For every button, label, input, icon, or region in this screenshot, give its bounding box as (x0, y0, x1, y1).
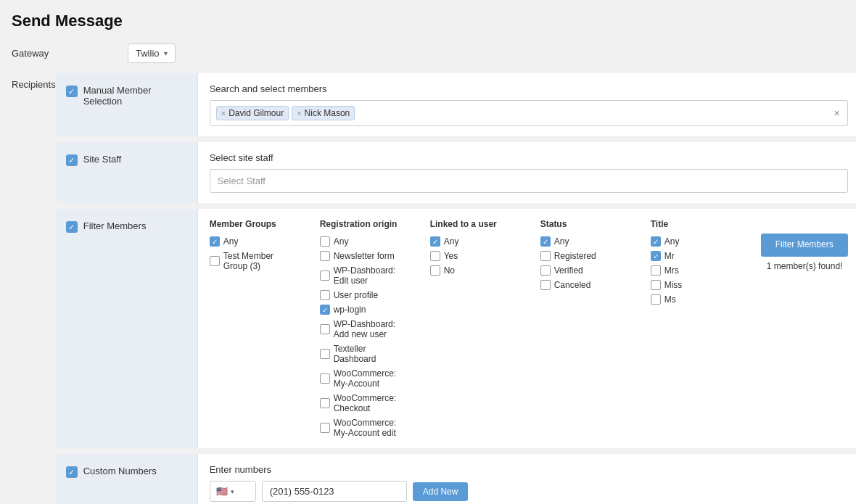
st-registered-row: Registered (540, 251, 627, 261)
ro-wc-myaccount-row: WooCommerce: My-Account (320, 368, 407, 389)
phone-input-1[interactable] (262, 481, 407, 502)
ti-any-row: Any (651, 236, 738, 247)
flag-select-us[interactable]: 🇺🇸 ▾ (210, 481, 256, 502)
ro-wp-add-checkbox[interactable] (320, 324, 330, 334)
ro-texteller-row: Texteller Dashboard (320, 344, 407, 364)
mg-test-checkbox[interactable] (210, 256, 220, 266)
recipients-row: Recipients ✓ Manual Member Selection Sea… (12, 73, 844, 504)
ti-mr-label: Mr (664, 251, 675, 261)
ro-wc-checkout-row: WooCommerce: Checkout (320, 393, 407, 413)
ro-wplogin-label: wp-login (334, 305, 366, 315)
st-registered-checkbox[interactable] (540, 251, 551, 261)
ti-mr-row: Mr (651, 251, 738, 261)
site-staff-checkbox[interactable]: ✓ (66, 154, 78, 166)
search-members-label: Search and select members (210, 83, 848, 94)
manual-member-checkbox[interactable]: ✓ (66, 86, 78, 97)
manual-member-right: Search and select members × David Gilmou… (197, 73, 856, 136)
remove-nick-mason-icon[interactable]: × (297, 109, 301, 117)
chevron-down-icon: ▾ (231, 488, 234, 495)
ti-miss-label: Miss (664, 280, 683, 290)
filter-members-button[interactable]: Filter Members (761, 234, 848, 257)
ro-wc-checkout-checkbox[interactable] (320, 398, 330, 408)
ti-mr-checkbox[interactable] (651, 251, 661, 261)
st-verified-row: Verified (540, 265, 627, 276)
st-canceled-label: Canceled (554, 280, 591, 290)
gateway-label: Gateway (12, 48, 128, 59)
checkmark-icon: ✓ (68, 468, 75, 476)
st-any-checkbox[interactable] (540, 236, 551, 247)
registration-origin-title: Registration origin (320, 219, 407, 229)
st-verified-checkbox[interactable] (540, 265, 551, 276)
ro-any-row: Any (320, 236, 407, 247)
ti-any-checkbox[interactable] (651, 236, 661, 247)
lu-yes-checkbox[interactable] (430, 251, 440, 261)
ro-wc-myaccount-edit-checkbox[interactable] (320, 423, 330, 433)
filter-members-checkbox[interactable]: ✓ (66, 221, 78, 233)
gateway-select[interactable]: Twilio ▾ (128, 44, 176, 63)
mg-test-row: Test Member Group (3) (210, 251, 297, 271)
ro-wc-myaccount-label: WooCommerce: My-Account (334, 368, 407, 389)
tag-david-gilmour: × David Gilmour (216, 106, 289, 120)
linked-user-title: Linked to a user (430, 219, 517, 229)
filter-members-right: Member Groups Any Test Member Group (3) … (197, 209, 856, 448)
ro-wplogin-row: wp-login (320, 305, 407, 315)
site-staff-label: Site Staff (83, 154, 122, 165)
lu-any-checkbox[interactable] (430, 236, 440, 247)
ro-userprofile-row: User profile (320, 290, 407, 300)
ro-wc-myaccount-edit-label: WooCommerce: My-Account edit (334, 418, 407, 438)
us-flag-icon: 🇺🇸 (216, 486, 228, 497)
ro-wp-edit-row: WP-Dashboard: Edit user (320, 265, 407, 286)
site-staff-section: ✓ Site Staff Select site staff Select St… (56, 142, 856, 203)
checkmark-icon: ✓ (68, 223, 75, 231)
st-verified-label: Verified (554, 265, 583, 276)
gateway-row: Gateway Twilio ▾ (12, 44, 844, 63)
manual-member-section: ✓ Manual Member Selection Search and sel… (56, 73, 856, 136)
staff-select[interactable]: Select Staff (210, 169, 848, 193)
tag-nick-mason: × Nick Mason (292, 106, 355, 120)
ro-texteller-checkbox[interactable] (320, 349, 330, 359)
ro-newsletter-checkbox[interactable] (320, 251, 330, 261)
tag-label: Nick Mason (305, 108, 350, 118)
ro-wplogin-checkbox[interactable] (320, 305, 330, 315)
number-row-1: 🇺🇸 ▾ Add New (210, 481, 848, 502)
remove-david-gilmour-icon[interactable]: × (221, 109, 226, 117)
add-new-button[interactable]: Add New (413, 482, 469, 501)
mg-any-row: Any (210, 236, 297, 247)
linked-user-col: Linked to a user Any Yes No (430, 219, 517, 276)
ro-any-checkbox[interactable] (320, 236, 330, 247)
mg-test-label: Test Member Group (3) (223, 251, 297, 271)
st-canceled-row: Canceled (540, 280, 627, 290)
lu-no-checkbox[interactable] (430, 265, 440, 276)
ro-wp-add-label: WP-Dashboard: Add new user (334, 319, 407, 339)
ti-ms-label: Ms (664, 294, 676, 305)
ro-userprofile-checkbox[interactable] (320, 290, 330, 300)
filter-result: 1 member(s) found! (767, 261, 848, 271)
lu-no-row: No (430, 265, 517, 276)
ti-ms-checkbox[interactable] (651, 294, 661, 305)
lu-yes-row: Yes (430, 251, 517, 261)
ro-newsletter-label: Newsletter form (334, 251, 395, 261)
title-col: Title Any Mr Mrs (651, 219, 738, 305)
ro-wp-edit-label: WP-Dashboard: Edit user (334, 265, 407, 286)
ti-mrs-label: Mrs (664, 265, 679, 276)
custom-numbers-right: Enter numbers 🇺🇸 ▾ Add New 🇮🇳 ▾ (197, 454, 856, 504)
ro-texteller-label: Texteller Dashboard (334, 344, 407, 364)
registration-origin-col: Registration origin Any Newsletter form … (320, 219, 407, 438)
ro-any-label: Any (334, 236, 349, 247)
st-canceled-checkbox[interactable] (540, 280, 551, 290)
custom-numbers-checkbox[interactable]: ✓ (66, 466, 78, 478)
checkmark-icon: ✓ (68, 157, 75, 165)
mg-any-checkbox[interactable] (210, 236, 220, 247)
filter-btn-col: Filter Members 1 member(s) found! (761, 234, 848, 271)
mg-any-label: Any (223, 236, 239, 247)
ti-mrs-row: Mrs (651, 265, 738, 276)
ti-mrs-checkbox[interactable] (651, 265, 661, 276)
enter-numbers-label: Enter numbers (210, 464, 848, 475)
ro-wp-edit-checkbox[interactable] (320, 270, 330, 281)
filter-members-section: ✓ Filter Members Member Groups Any (56, 209, 856, 448)
manual-member-left: ✓ Manual Member Selection (56, 73, 197, 136)
ro-wc-myaccount-checkbox[interactable] (320, 373, 330, 384)
member-search-input[interactable]: × David Gilmour × Nick Mason × (210, 100, 848, 126)
ti-miss-checkbox[interactable] (651, 280, 661, 290)
clear-all-icon[interactable]: × (833, 107, 841, 119)
